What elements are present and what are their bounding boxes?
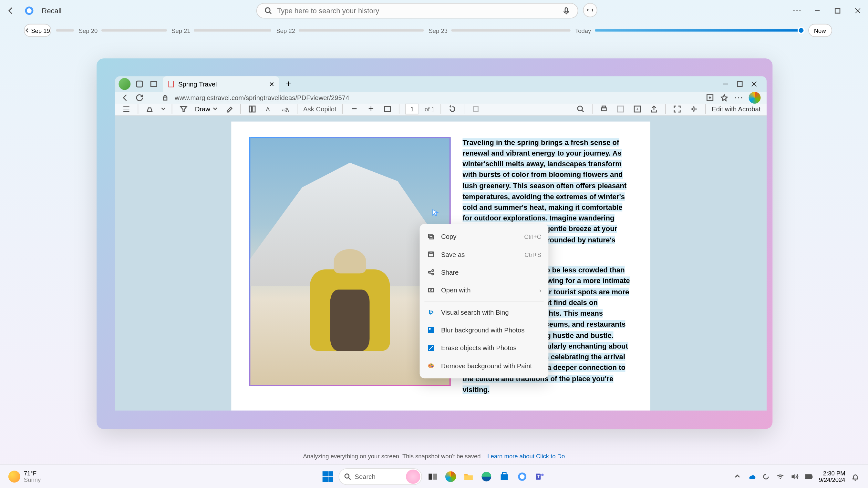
history-search-box[interactable] (256, 3, 578, 19)
url-text[interactable]: www.margiestravel.com/springtravelideas/… (175, 94, 700, 101)
browser-close[interactable] (751, 81, 757, 87)
chevron-down-icon[interactable] (161, 107, 166, 112)
fullscreen-icon[interactable] (672, 104, 683, 115)
add-note-icon[interactable] (632, 104, 643, 115)
site-info-icon[interactable] (161, 94, 168, 101)
tray-wifi-icon[interactable] (776, 472, 784, 481)
teams-icon[interactable]: T (533, 469, 547, 484)
draw-button[interactable]: Draw (195, 105, 218, 112)
print-icon[interactable] (598, 104, 609, 115)
learn-more-link[interactable]: Learn more about Click to Do (487, 453, 565, 459)
erase-icon[interactable] (223, 104, 234, 115)
microphone-icon[interactable] (562, 6, 570, 15)
search-input[interactable] (277, 6, 557, 15)
tray-chevron-icon[interactable] (733, 472, 741, 481)
svg-point-2 (265, 8, 270, 12)
edit-with-acrobat[interactable]: Edit with Acrobat (712, 105, 761, 112)
timeline-segment[interactable] (451, 29, 570, 31)
tray-battery-icon[interactable] (804, 472, 813, 481)
svg-point-42 (431, 364, 432, 365)
start-button[interactable] (321, 469, 335, 484)
menu-copy[interactable]: Copy Ctrl+C (420, 228, 549, 245)
timeline-thumb[interactable] (797, 27, 804, 34)
menu-save-as[interactable]: Save as Ctrl+S (420, 246, 549, 263)
zoom-out-icon[interactable]: − (349, 104, 360, 115)
menu-erase-objects[interactable]: Erase objects with Photos (420, 339, 549, 357)
tab-actions-icon[interactable] (149, 79, 159, 89)
collections-icon[interactable] (706, 94, 714, 102)
timeline-now-button[interactable]: Now (808, 24, 832, 37)
copy-icon (427, 232, 435, 241)
browser-refresh-button[interactable] (135, 94, 144, 102)
explorer-icon[interactable] (461, 469, 476, 484)
more-button[interactable] (792, 5, 802, 16)
taskbar-clock[interactable]: 2:30 PM 9/24/2024 (818, 470, 845, 483)
workspaces-icon[interactable] (134, 79, 145, 89)
notifications-icon[interactable] (851, 472, 860, 481)
favorites-icon[interactable] (720, 94, 728, 102)
browser-maximize[interactable] (737, 81, 743, 87)
context-menu: Copy Ctrl+C Save as Ctrl+S Share Open wi… (420, 224, 549, 378)
tab-close-button[interactable]: ✕ (269, 80, 275, 88)
menu-remove-background[interactable]: Remove background with Paint (420, 357, 549, 375)
copilot-taskbar-icon[interactable] (443, 469, 458, 484)
weather-icon (8, 470, 20, 482)
minimize-button[interactable] (812, 5, 823, 16)
find-icon[interactable] (576, 104, 586, 115)
app-title: Recall (42, 6, 62, 15)
timeline-segment[interactable] (194, 29, 272, 31)
highlight-icon[interactable] (144, 104, 155, 115)
page-number-input[interactable] (406, 104, 419, 115)
close-button[interactable] (852, 5, 863, 16)
store-icon[interactable] (497, 469, 512, 484)
expand-button[interactable] (583, 3, 597, 17)
tray-backup-icon[interactable] (762, 472, 770, 481)
taskbar-weather[interactable]: 71°F Sunny (8, 470, 41, 483)
read-aloud-icon[interactable] (470, 104, 481, 115)
svg-point-41 (429, 365, 430, 366)
menu-visual-search[interactable]: Visual search with Bing (420, 303, 549, 321)
contents-icon[interactable] (121, 104, 132, 115)
timeline-segment[interactable] (56, 29, 74, 31)
cursor-icon (432, 208, 440, 217)
settings-icon[interactable] (688, 104, 699, 115)
timeline-segment-today[interactable] (594, 29, 803, 31)
tray-onedrive-icon[interactable] (747, 472, 755, 481)
translate-icon[interactable]: aあ (280, 104, 290, 115)
recall-taskbar-icon[interactable] (515, 469, 529, 484)
browser-minimize[interactable] (722, 81, 728, 87)
copilot-icon[interactable] (749, 92, 761, 104)
timeline-date: Sep 21 (172, 27, 190, 34)
task-view-icon[interactable] (426, 469, 440, 484)
svg-rect-8 (136, 81, 143, 87)
menu-share[interactable]: Share (420, 263, 549, 281)
rotate-icon[interactable] (447, 104, 458, 115)
timeline-segment[interactable] (299, 29, 424, 31)
browser-back-button[interactable] (121, 94, 129, 102)
new-tab-button[interactable]: + (283, 78, 294, 90)
save-icon[interactable] (615, 104, 626, 115)
menu-open-with[interactable]: Open with › (420, 281, 549, 299)
svg-rect-9 (151, 82, 157, 87)
fit-page-icon[interactable] (382, 104, 393, 115)
text-size-icon[interactable]: A (263, 104, 274, 115)
timeline-segment[interactable] (101, 29, 166, 31)
page-view-icon[interactable] (247, 104, 257, 115)
share-icon[interactable] (649, 104, 659, 115)
filter-icon[interactable] (178, 104, 189, 115)
timeline-nav-prev[interactable]: Sep 19 (24, 24, 51, 37)
tray-volume-icon[interactable] (790, 472, 799, 481)
taskbar-search[interactable]: Search (339, 468, 422, 485)
active-tab[interactable]: Spring Travel ✕ (163, 76, 279, 92)
photos-erase-icon (427, 344, 435, 352)
edge-icon[interactable] (479, 469, 493, 484)
maximize-button[interactable] (832, 5, 843, 16)
ask-copilot-button[interactable]: Ask Copilot (303, 105, 337, 112)
svg-rect-56 (811, 476, 812, 477)
menu-blur-background[interactable]: Blur background with Photos (420, 321, 549, 339)
svg-rect-30 (430, 235, 433, 239)
back-button[interactable] (5, 5, 17, 17)
browser-more-icon[interactable] (734, 97, 743, 99)
zoom-in-icon[interactable]: + (366, 104, 376, 115)
profile-avatar[interactable] (119, 78, 130, 90)
